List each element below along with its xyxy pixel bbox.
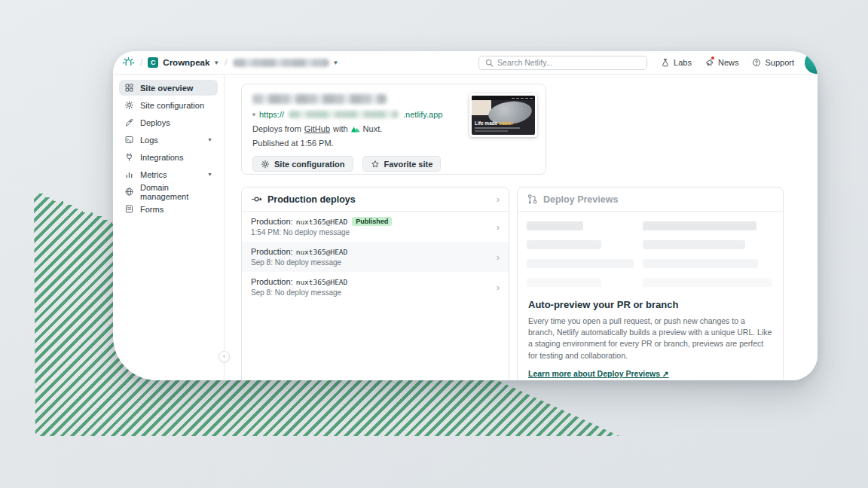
skeleton-bar: [643, 221, 756, 230]
deploy-ref: nuxt365@HEAD: [296, 218, 348, 226]
headline-white: Life made: [475, 120, 497, 126]
url-redacted: [289, 111, 399, 118]
site-overview-card: https:// .netlify.app Deploys from GitHu…: [241, 84, 546, 175]
deploy-ref: nuxt365@HEAD: [296, 248, 348, 256]
site-actions: Site configuration Favorite site: [252, 156, 535, 172]
top-bar: / C Crownpeak ▼ / ▼ Search Netlify...: [113, 51, 818, 75]
deploy-context: Production:: [251, 247, 293, 256]
site-switcher[interactable]: ▼: [233, 59, 339, 67]
gear-icon: [261, 160, 270, 169]
nav-labs[interactable]: Labs: [661, 58, 692, 67]
chevron-down-icon: ▼: [333, 59, 339, 66]
sidebar-item-site-configuration[interactable]: Site configuration: [119, 97, 218, 113]
site-name-redacted: [233, 59, 329, 67]
sidebar: Site overview Site configuration: [113, 75, 224, 380]
thumbnail-headline: Life made easier: [475, 120, 513, 126]
github-link[interactable]: GitHub: [304, 124, 330, 133]
sidebar-collapse-button[interactable]: ‹: [219, 351, 230, 362]
sidebar-label: Deploys: [140, 118, 212, 127]
search-placeholder: Search Netlify...: [497, 58, 552, 67]
logs-icon: [124, 135, 134, 145]
grid-icon: [124, 83, 134, 93]
skeleton-bar: [527, 221, 583, 230]
sidebar-item-logs[interactable]: Logs ▼: [119, 132, 218, 148]
team-logo: C: [148, 57, 158, 68]
with-text: with: [333, 124, 348, 133]
chevron-right-icon: ›: [497, 282, 500, 293]
skeleton-bar: [527, 259, 634, 268]
sidebar-item-metrics[interactable]: Metrics ▼: [119, 166, 218, 182]
deploy-ref: nuxt365@HEAD: [296, 278, 348, 286]
chevron-right-icon: ›: [497, 221, 500, 233]
button-label: Site configuration: [274, 160, 345, 169]
favorite-site-button[interactable]: Favorite site: [362, 156, 442, 172]
chevron-down-icon: ▼: [213, 59, 219, 66]
empty-state-body: Every time you open a pull request, or p…: [528, 316, 772, 361]
production-deploys-header[interactable]: Production deploys ›: [242, 188, 509, 212]
deploy-row[interactable]: Production: nuxt365@HEAD Sep 8: No deplo…: [242, 272, 509, 302]
team-switcher[interactable]: C Crownpeak ▼: [148, 57, 219, 68]
deploy-previews-empty-state: Auto-preview your PR or branch Every tim…: [518, 290, 783, 380]
thumbnail-text-line: [475, 130, 508, 132]
sidebar-item-forms[interactable]: Forms: [119, 201, 218, 217]
button-label: Favorite site: [384, 160, 433, 169]
star-icon: [371, 160, 380, 169]
published-line: Published at 1:56 PM.: [252, 139, 535, 148]
nav-news[interactable]: News: [705, 58, 739, 67]
thumbnail-page: Life made easier: [472, 96, 535, 135]
deploy-previews-header: Deploy Previews: [518, 188, 783, 212]
nuxt-icon: [351, 126, 360, 133]
skeleton-bar: [527, 278, 601, 287]
deploy-context: Production:: [251, 277, 293, 286]
sidebar-label: Site overview: [140, 84, 212, 93]
search-icon: [485, 59, 494, 67]
sidebar-label: Logs: [140, 136, 207, 145]
bar-chart-icon: [124, 169, 134, 179]
deploy-context: Production:: [251, 217, 293, 226]
card-title: Production deploys: [267, 194, 356, 205]
chevron-down-icon[interactable]: ▼: [207, 137, 212, 142]
learn-more-link[interactable]: Learn more about Deploy Previews ↗: [528, 369, 669, 378]
breadcrumb-separator: /: [225, 57, 227, 68]
empty-state-heading: Auto-preview your PR or branch: [528, 299, 772, 310]
search-input[interactable]: Search Netlify...: [478, 56, 647, 70]
bullet-icon: [252, 113, 255, 116]
skeleton-bar: [643, 278, 772, 287]
published-badge: Published: [352, 217, 392, 226]
marketing-background: / C Crownpeak ▼ / ▼ Search Netlify...: [0, 0, 868, 488]
pull-request-icon: [527, 194, 538, 205]
question-circle-icon: [752, 58, 761, 67]
production-deploys-card: Production deploys › Production: nuxt365…: [241, 187, 509, 380]
sidebar-item-integrations[interactable]: Integrations: [119, 149, 218, 165]
deploy-source-text: Deploys from: [252, 124, 301, 133]
deploy-row[interactable]: Production: nuxt365@HEAD Published 1:54 …: [242, 212, 509, 242]
sidebar-label: Domain management: [140, 183, 212, 201]
url-prefix: https://: [259, 110, 284, 119]
nav-support-label: Support: [765, 58, 794, 67]
skeleton-bar: [643, 259, 758, 268]
chevron-right-icon[interactable]: ›: [497, 194, 500, 205]
nav-support[interactable]: Support: [752, 58, 794, 67]
globe-icon: [124, 187, 134, 197]
chevron-down-icon[interactable]: ▼: [207, 172, 212, 177]
site-title-redacted: [252, 94, 387, 104]
sidebar-item-deploys[interactable]: Deploys: [119, 114, 218, 130]
sidebar-label: Forms: [140, 205, 212, 214]
deploy-row[interactable]: Production: nuxt365@HEAD Sep 8: No deplo…: [242, 242, 509, 272]
notification-dot: [711, 56, 714, 59]
form-icon: [124, 204, 134, 214]
site-preview-thumbnail[interactable]: Life made easier: [469, 93, 537, 137]
team-name: Crownpeak: [163, 58, 209, 67]
site-configuration-button[interactable]: Site configuration: [252, 156, 353, 172]
deploy-message: Sep 8: No deploy message: [251, 288, 497, 297]
card-title: Deploy Previews: [543, 194, 618, 205]
sidebar-item-domain-management[interactable]: Domain management: [119, 184, 218, 200]
user-avatar[interactable]: [805, 51, 818, 74]
skeleton-placeholder: [518, 212, 783, 290]
deploy-previews-card: Deploy Previews Auto-preview your PR o: [517, 187, 784, 380]
thumbnail-text-line: [475, 127, 520, 129]
netlify-logo-icon[interactable]: [122, 56, 135, 69]
deploy-message: 1:54 PM: No deploy message: [251, 228, 497, 236]
sidebar-item-site-overview[interactable]: Site overview: [119, 80, 218, 96]
framework-text: Nuxt.: [363, 124, 383, 133]
